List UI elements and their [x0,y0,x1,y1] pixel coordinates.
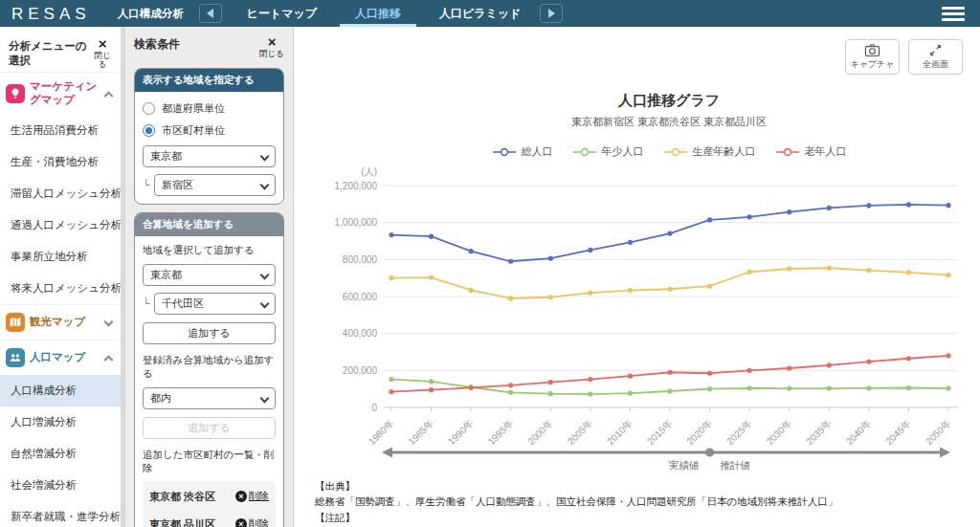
data-point [508,259,513,264]
actual-label: 実績値 [669,459,700,471]
data-point [946,353,950,358]
legend-item-老年人口[interactable]: 老年人口 [775,144,847,159]
sidebar-item-事業所立地分析[interactable]: 事業所立地分析 [0,241,121,273]
registered-region-select[interactable]: 都内 [143,387,276,409]
data-point [787,365,791,370]
data-point [667,370,672,375]
data-point [707,386,712,391]
main-chart-area: キャプチャ 全画面 人口推移グラフ 東京都新宿区 東京都渋谷区 東京都品川区 総… [294,27,980,527]
population-line-chart[interactable]: 0200,000400,000600,000800,0001,000,0001,… [315,163,977,476]
region-unit-radio[interactable]: 都道府県単位 [143,101,276,116]
capture-button[interactable]: キャプチャ [845,39,900,75]
chevron-left-icon [207,9,213,18]
nav-next-button[interactable] [540,4,563,23]
y-tick-label: 400,000 [343,328,378,339]
chevron-down-icon [260,151,270,161]
chevron-down-icon [260,180,270,189]
sidebar-close-button[interactable]: × 閉じる [92,36,113,68]
nav-section-label: 人口構成分析 [118,7,184,21]
data-point [707,284,712,289]
merge-box-header: 合算地域を追加する [135,213,283,236]
legend-item-生産年齢人口[interactable]: 生産年齢人口 [663,144,756,159]
sidebar-item-生産・消費地分析[interactable]: 生産・消費地分析 [0,146,121,178]
region-unit-radio[interactable]: 市区町村単位 [143,123,276,138]
map-icon [6,313,25,332]
tab-ヒートマップ[interactable]: ヒートマップ [228,0,336,27]
tab-人口推移[interactable]: 人口推移 [336,0,420,27]
sidebar-section-header[interactable]: マーケティングマップ [0,72,121,115]
x-tick-label: 2015年 [645,418,675,448]
search-panel-close-button[interactable]: × 閉じる [259,34,284,58]
y-tick-label: 600,000 [343,292,378,302]
city-select[interactable]: 新宿区 [154,174,276,196]
radio-selected-icon [143,124,155,137]
sidebar-item-自然増減分析[interactable]: 自然増減分析 [0,438,121,470]
sidebar-item-通過人口メッシュ分析[interactable]: 通過人口メッシュ分析 [0,209,121,241]
merge-city-select[interactable]: 千代田区 [154,293,276,315]
data-point [429,387,434,392]
data-point [866,268,871,273]
data-point [389,232,393,237]
nav-prev-button[interactable] [199,4,222,23]
data-point [787,385,791,390]
sidebar-section-header[interactable]: 観光マップ [0,304,121,340]
sidebar-item-将来人口メッシュ分析[interactable]: 将来人口メッシュ分析 [0,273,121,304]
legend-item-総人口[interactable]: 総人口 [492,144,553,159]
sidebar-item-新卒者就職・進学分析[interactable]: 新卒者就職・進学分析 [0,501,121,527]
hamburger-menu-icon[interactable] [942,7,965,21]
added-region-row: 東京都 品川区×削除 [149,511,269,527]
x-tick-label: 2025年 [724,418,754,448]
content: 分析メニューの選択 × 閉じる マーケティングマップ生活用品消費分析生産・消費地… [0,27,980,527]
split-dot [705,449,714,457]
sidebar-item-社会増減分析[interactable]: 社会増減分析 [0,470,121,501]
data-point [588,248,592,253]
y-tick-label: 1,000,000 [335,217,378,228]
data-point [827,362,832,367]
source-line: 【注記】 [315,510,977,525]
data-point [667,287,672,292]
data-point [667,388,672,393]
sidebar-item-滞留人口メッシュ分析[interactable]: 滞留人口メッシュ分析 [0,178,121,209]
sidebar-item-人口増減分析[interactable]: 人口増減分析 [0,406,121,438]
delete-label: 削除 [249,490,269,503]
x-tick-label: 2000年 [525,418,555,448]
fullscreen-icon [928,43,943,57]
chart-title: 人口推移グラフ [361,92,977,110]
x-tick-label: 1985年 [406,418,435,448]
sidebar-section-header[interactable]: 人口マップ [0,340,121,375]
merge-prefecture-select[interactable]: 東京都 [143,264,276,286]
x-tick-label: 1990年 [446,418,476,448]
chevron-up-icon [104,92,114,101]
add-region-button[interactable]: 追加する [143,322,276,344]
data-point [747,214,752,219]
sidebar-item-人口構成分析[interactable]: 人口構成分析 [0,375,121,406]
legend-label: 年少人口 [602,144,644,159]
search-conditions-panel: 検索条件 × 閉じる 表示する地域を指定する 都道府県単位市区町村単位 東京都 … [122,27,294,527]
data-point [827,385,832,390]
prefecture-select[interactable]: 東京都 [143,145,276,167]
data-point [548,380,553,384]
registered-label: 登録済み合算地域から追加する [143,354,276,381]
delete-button[interactable]: ×削除 [235,490,269,503]
y-tick-label: 1,200,000 [335,181,378,191]
data-point [429,274,434,279]
fullscreen-button[interactable]: 全画面 [908,39,963,75]
radio-label: 都道府県単位 [162,101,225,116]
sidebar-item-生活用品消費分析[interactable]: 生活用品消費分析 [0,115,121,146]
delete-button[interactable]: ×削除 [235,517,269,527]
legend-marker-icon [775,147,800,157]
delete-icon: × [235,491,247,502]
chevron-right-icon [548,9,555,18]
x-tick-label: 2030年 [765,418,794,448]
data-point [429,379,434,384]
data-point [866,385,871,390]
tab-人口ピラミッド[interactable]: 人口ピラミッド [420,0,540,27]
x-tick-label: 1980年 [367,418,396,448]
nav-tabs: ヒートマップ人口推移人口ピラミッド [228,0,541,27]
legend-marker-icon [572,147,597,157]
data-point [588,291,592,296]
x-tick-label: 2005年 [566,418,595,448]
data-point [429,234,434,239]
legend-item-年少人口[interactable]: 年少人口 [572,144,644,159]
radio-icon [143,102,155,115]
